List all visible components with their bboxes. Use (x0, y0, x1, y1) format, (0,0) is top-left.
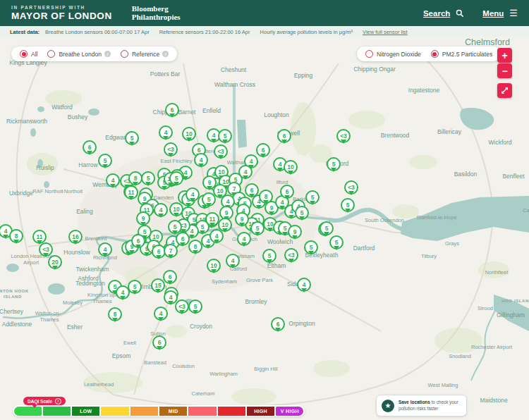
sensor-pin[interactable]: 5 (128, 280, 142, 294)
sensor-pin[interactable]: 8 (128, 171, 142, 185)
sensor-pin[interactable]: 4 (106, 173, 120, 187)
sensor-pin[interactable]: 4 (237, 232, 251, 246)
sensor-value: 4 (169, 294, 173, 301)
sensor-pin[interactable]: 11 (124, 185, 138, 199)
sensor-value: <3 (42, 246, 49, 253)
sensor-pin[interactable]: 5 (305, 190, 320, 204)
sensor-pin[interactable]: 5 (169, 171, 183, 185)
daqi-scale-badge[interactable]: DAQI Scale i (23, 397, 66, 405)
sensor-pin[interactable]: <3 (175, 299, 189, 314)
sensor-pin[interactable]: 6 (271, 317, 285, 331)
sensor-pin[interactable]: 20 (48, 255, 62, 269)
sensor-pin[interactable]: 8 (9, 229, 23, 243)
view-sensor-list-link[interactable]: View full sensor list (363, 29, 408, 35)
sensor-pin[interactable]: 4 (194, 153, 208, 167)
sensor-pin[interactable]: <3 (336, 129, 351, 143)
sensor-value: 6 (157, 248, 161, 255)
sensor-value: 5 (201, 223, 205, 230)
sensor-pin[interactable]: 8 (188, 240, 202, 254)
search-link[interactable]: Search (423, 9, 450, 18)
sensor-pin[interactable]: 4 (154, 203, 168, 217)
sensor-pin[interactable]: 4 (209, 229, 224, 243)
sensor-pin[interactable]: 5 (218, 129, 232, 143)
radio-icon (121, 50, 128, 58)
sensor-pin[interactable]: <3 (284, 248, 298, 262)
sensor-pin[interactable]: 6 (256, 143, 270, 157)
sensor-value: 4 (4, 228, 8, 235)
daqi-segment-2 (43, 407, 71, 416)
bloomberg-philanthropies-logo: Bloomberg Philanthropies (132, 5, 181, 21)
menu-link[interactable]: Menu (482, 9, 504, 18)
sensor-value: 16 (72, 233, 78, 240)
sensor-pin[interactable]: <3 (39, 242, 53, 257)
sensor-pin[interactable]: 5 (329, 235, 343, 249)
sensor-pin[interactable]: 6 (165, 103, 179, 117)
filter-option-label: All (31, 51, 37, 58)
sensor-pin[interactable]: 10 (207, 259, 221, 273)
sensor-pin[interactable]: 11 (32, 230, 47, 244)
sensor-value: <3 (288, 252, 295, 259)
sensor-pin[interactable]: 9 (288, 225, 302, 239)
menu-icon[interactable]: ☰ (509, 8, 518, 18)
sensor-value: 9 (241, 216, 244, 223)
filter-option-nitrogen-dioxide[interactable]: Nitrogen Dioxide (365, 50, 421, 58)
sensor-pin[interactable]: 5 (341, 198, 355, 212)
filter-option-breathe-london[interactable]: Breathe Londoni (47, 50, 111, 58)
sensor-pin[interactable]: 4 (226, 254, 240, 268)
sensor-pin[interactable]: 11 (205, 212, 219, 226)
sensor-pin[interactable]: 5 (262, 249, 276, 263)
sensor-pin[interactable]: <3 (164, 142, 178, 156)
sensor-value: 8 (114, 311, 117, 318)
sensor-pin[interactable]: 4 (159, 125, 173, 140)
sensor-pin[interactable]: 6 (83, 140, 97, 154)
sensor-pin[interactable]: 4 (98, 242, 112, 257)
sensor-pin[interactable]: <3 (214, 144, 228, 159)
sensor-pin[interactable]: 16 (68, 230, 83, 244)
sensor-value: 6 (262, 147, 265, 154)
sensor-pin[interactable]: 5 (250, 221, 264, 235)
sensor-pin[interactable]: 5 (304, 240, 318, 254)
sensor-pin[interactable]: 5 (125, 131, 139, 145)
sensor-value: <3 (340, 132, 347, 140)
sensor-pin[interactable]: 6 (163, 270, 177, 284)
sensor-pin[interactable]: 6 (152, 335, 166, 350)
sensor-pin[interactable]: 8 (108, 307, 122, 321)
sensor-pin[interactable]: 5 (141, 171, 155, 185)
sensor-pin[interactable]: 5 (188, 299, 202, 314)
sensor-value: 4 (159, 206, 163, 214)
sensor-pin[interactable]: 5 (320, 221, 334, 235)
status-item: Breathe London sensors 06:00-07:00 17 Ap… (45, 29, 150, 35)
sensor-pin[interactable]: 6 (131, 234, 145, 248)
save-locations-card[interactable]: ★ Save locations to check your pollution… (376, 395, 467, 416)
search-icon[interactable] (456, 9, 464, 18)
filter-option-reference[interactable]: Referencei (121, 50, 169, 58)
sensor-pin[interactable]: 6 (176, 232, 190, 246)
sensor-value: 20 (51, 259, 58, 266)
info-icon[interactable]: i (104, 51, 111, 57)
sensor-value: 8 (134, 175, 138, 182)
fullscreen-button[interactable] (497, 83, 512, 98)
sensor-pin[interactable]: 6 (277, 129, 291, 143)
sensor-pin[interactable]: 9 (136, 211, 150, 226)
sensor-pin[interactable]: 5 (295, 206, 309, 220)
filter-option-all[interactable]: All (20, 50, 37, 58)
sensor-pin[interactable]: <3 (344, 180, 358, 194)
sensor-pin[interactable]: 6 (280, 185, 294, 199)
info-icon[interactable]: i (162, 51, 169, 57)
daqi-segment-7 (188, 407, 216, 416)
sensor-pin[interactable]: 10 (284, 160, 298, 174)
sensor-pin[interactable]: 4 (297, 278, 311, 292)
daqi-segment-10: V HIGH (276, 407, 303, 416)
sensor-pin[interactable]: 5 (98, 154, 112, 168)
zoom-out-button[interactable]: − (497, 63, 512, 78)
sensor-pin[interactable]: 15 (151, 278, 165, 292)
sensor-pin[interactable]: 5 (327, 157, 341, 171)
sensor-pin[interactable]: 9 (235, 212, 249, 226)
zoom-in-button[interactable]: + (497, 48, 512, 63)
sensor-pin[interactable]: 4 (154, 307, 168, 321)
sensor-pin[interactable]: 7 (164, 244, 178, 258)
sensor-value: 5 (346, 202, 350, 209)
sensor-pin[interactable]: 10 (182, 127, 196, 141)
sensor-value: 6 (286, 188, 289, 195)
filter-option-pm2-5-particulates[interactable]: PM2.5 Particulates (431, 50, 492, 58)
